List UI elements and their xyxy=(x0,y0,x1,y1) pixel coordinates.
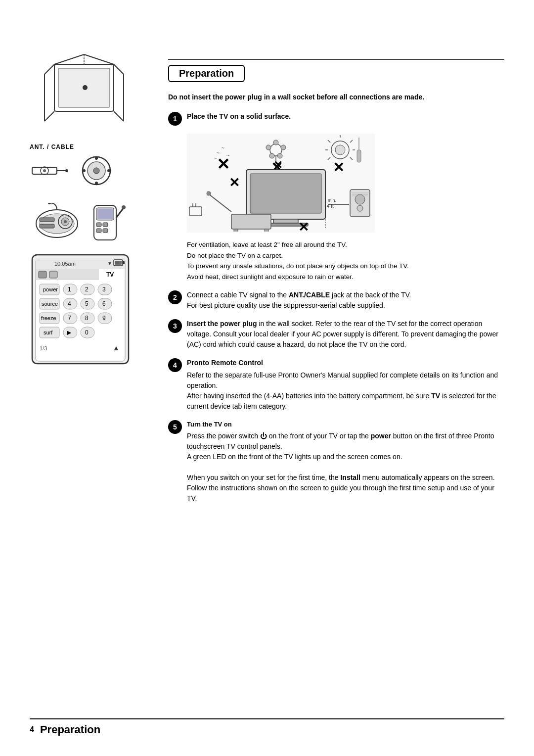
svg-rect-112 xyxy=(250,174,321,213)
svg-line-39 xyxy=(116,208,124,218)
svg-rect-113 xyxy=(273,219,298,223)
section-title: Preparation xyxy=(168,65,245,82)
step-2-number: 2 xyxy=(168,290,182,304)
step-5-number: 5 xyxy=(168,420,182,434)
svg-rect-30 xyxy=(40,224,54,228)
svg-text:power: power xyxy=(43,286,58,292)
svg-rect-37 xyxy=(96,229,101,233)
svg-text:~: ~ xyxy=(222,145,224,151)
svg-text:✕: ✕ xyxy=(217,155,230,173)
step-1: 1 Place the TV on a solid surface. xyxy=(168,111,504,126)
svg-point-28 xyxy=(64,220,67,223)
svg-text:6: 6 xyxy=(102,300,106,307)
ventilation-notes: For ventilation, leave at least 2" free … xyxy=(187,239,504,282)
svg-text:surf: surf xyxy=(44,330,53,335)
svg-line-6 xyxy=(114,111,124,121)
step-3-content: Insert the power plug in the wall socket… xyxy=(187,319,504,350)
step-4-heading: Pronto Remote Control xyxy=(187,358,504,368)
svg-point-92 xyxy=(273,140,278,145)
svg-point-31 xyxy=(48,203,51,204)
svg-point-100 xyxy=(335,145,345,155)
svg-point-94 xyxy=(266,145,271,150)
svg-rect-36 xyxy=(103,223,108,227)
footer-title: Preparation xyxy=(40,723,100,736)
svg-line-5 xyxy=(114,64,124,74)
step-3-number: 3 xyxy=(168,319,182,333)
warning-text: Do not insert the power plug in a wall s… xyxy=(168,92,504,102)
svg-point-20 xyxy=(95,157,98,160)
step-5: 5 Turn the TV on Press the power switch … xyxy=(168,420,504,504)
vent-line-3: To prevent any unsafe situations, do not… xyxy=(187,261,504,272)
vent-line-1: For ventilation, leave at least 2" free … xyxy=(187,239,504,250)
svg-text:5: 5 xyxy=(85,300,89,307)
tv-box-illustration xyxy=(40,49,138,129)
svg-text:7: 7 xyxy=(68,315,71,322)
svg-text:1/3: 1/3 xyxy=(40,345,47,351)
step-1-heading: Place the TV on a solid surface. xyxy=(187,112,291,120)
svg-text:3: 3 xyxy=(102,286,106,293)
svg-text:min.: min. xyxy=(328,198,336,203)
step-1-content: Place the TV on a solid surface. xyxy=(187,111,504,122)
svg-rect-115 xyxy=(231,214,271,229)
svg-text:4: 4 xyxy=(68,300,71,307)
pronto-screen-section: 10:05am ▼ TV power 1 xyxy=(30,252,158,368)
remotes-section xyxy=(30,203,158,242)
svg-point-14 xyxy=(43,169,46,172)
step-2-content: Connect a cable TV signal to the ANT./CA… xyxy=(187,290,504,311)
vent-line-2: Do not place the TV on a carpet. xyxy=(187,250,504,261)
svg-text:TV: TV xyxy=(106,271,114,278)
svg-text:0: 0 xyxy=(85,329,89,336)
ant-cable-bold: ANT./CABLE xyxy=(289,291,330,299)
step-4: 4 Pronto Remote Control Refer to the sep… xyxy=(168,358,504,412)
svg-text:✕: ✕ xyxy=(298,220,309,232)
svg-point-8 xyxy=(83,85,88,90)
svg-rect-134 xyxy=(189,207,202,216)
svg-point-19 xyxy=(93,168,99,174)
svg-line-102 xyxy=(350,140,353,142)
svg-rect-34 xyxy=(97,209,113,219)
step-3-bold: Insert the power plug xyxy=(187,320,257,328)
svg-line-105 xyxy=(328,140,330,142)
svg-text:source: source xyxy=(42,301,58,307)
svg-point-93 xyxy=(281,145,286,150)
svg-point-16 xyxy=(65,169,68,172)
svg-text:8: 8 xyxy=(85,315,89,322)
step-1-number: 1 xyxy=(168,112,182,126)
svg-text:▼: ▼ xyxy=(107,261,112,266)
page-number: 4 xyxy=(30,725,34,734)
svg-point-126 xyxy=(357,205,363,211)
svg-text:9: 9 xyxy=(102,315,106,322)
svg-rect-50 xyxy=(39,271,46,278)
vent-line-4: Avoid heat, direct sunlight and exposure… xyxy=(187,272,504,283)
svg-line-3 xyxy=(84,54,114,64)
svg-rect-29 xyxy=(40,218,54,222)
svg-text:▶: ▶ xyxy=(67,329,72,336)
svg-line-104 xyxy=(350,157,353,160)
svg-rect-47 xyxy=(115,261,122,265)
step-5-content: Turn the TV on Press the power switch ⏻ … xyxy=(187,420,504,504)
svg-point-95 xyxy=(269,153,274,158)
ant-cable-label: ANT. / CABLE xyxy=(30,143,74,150)
step-3: 3 Insert the power plug in the wall sock… xyxy=(168,319,504,350)
step-2: 2 Connect a cable TV signal to the ANT./… xyxy=(168,290,504,311)
svg-point-96 xyxy=(277,153,282,158)
page-footer: 4 Preparation xyxy=(30,718,504,736)
svg-rect-38 xyxy=(103,229,108,233)
svg-rect-109 xyxy=(357,150,361,162)
svg-text:✕: ✕ xyxy=(273,159,282,171)
svg-point-22 xyxy=(83,169,86,172)
svg-text:▲: ▲ xyxy=(113,344,120,352)
ant-cable-illustration xyxy=(30,153,114,188)
step-5-heading: Turn the TV on xyxy=(187,420,504,429)
svg-rect-116 xyxy=(234,229,238,232)
svg-line-2 xyxy=(54,54,84,64)
svg-text:✕: ✕ xyxy=(229,175,240,190)
main-content: Preparation Do not insert the power plug… xyxy=(168,30,504,504)
svg-rect-51 xyxy=(49,271,57,278)
svg-line-132 xyxy=(209,194,231,212)
svg-rect-35 xyxy=(96,223,101,227)
left-illustrations: ANT. / CABLE xyxy=(30,49,158,368)
svg-text:✕: ✕ xyxy=(333,160,344,175)
svg-point-40 xyxy=(122,205,126,209)
svg-text:freeze: freeze xyxy=(41,315,56,321)
